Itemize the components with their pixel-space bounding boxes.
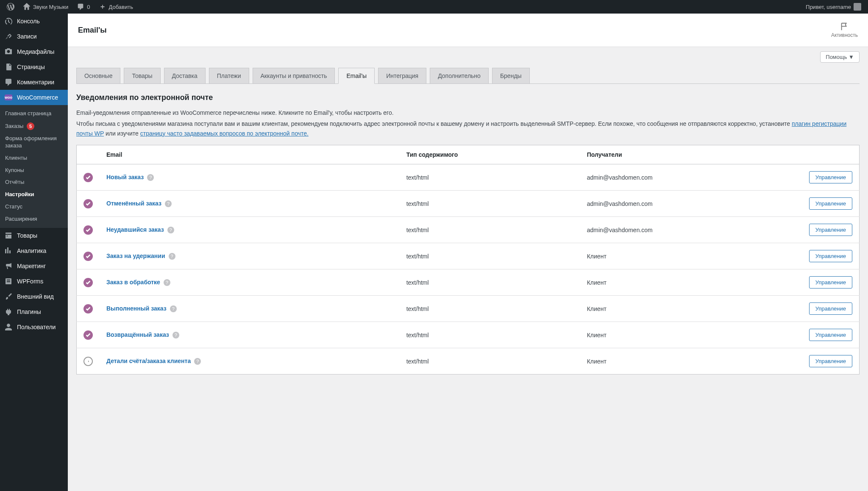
home-icon [23,3,31,11]
help-tip-icon[interactable]: ? [167,227,174,233]
manage-button[interactable]: Управление [809,197,852,210]
menu-posts[interactable]: Записи [0,29,68,44]
menu-wpforms[interactable]: WPForms [0,274,68,289]
wp-logo[interactable] [3,0,18,14]
plug-icon [4,308,13,316]
email-faq-link[interactable]: страницу часто задаваемых вопросов по эл… [140,130,309,137]
email-name-link[interactable]: Заказ в обработке [106,279,160,286]
tab-emails[interactable]: Email'ы [338,68,375,84]
tab-advanced[interactable]: Дополнительно [430,68,489,83]
submenu-extensions[interactable]: Расширения [0,213,68,225]
menu-label: WooCommerce [17,94,58,101]
tab-general[interactable]: Основные [76,68,120,83]
submenu-checkout-form[interactable]: Форма оформления заказа [0,133,68,152]
submenu-home[interactable]: Главная страница [0,108,68,120]
greeting-text: Привет, username [806,4,851,10]
help-tip-icon[interactable]: ? [147,174,154,181]
menu-comments[interactable]: Комментарии [0,75,68,90]
menu-marketing[interactable]: Маркетинг [0,258,68,274]
email-recipients: admin@vashdomen.com [580,191,800,217]
tab-integration[interactable]: Интеграция [378,68,426,83]
manage-button[interactable]: Управление [809,276,852,288]
email-recipients: Клиент [580,296,800,322]
menu-appearance[interactable]: Внешний вид [0,289,68,304]
manage-button[interactable]: Управление [809,355,852,367]
activity-button[interactable]: Активность [831,22,858,38]
gauge-icon [4,17,13,25]
woo-icon: woo [4,93,13,102]
menu-plugins[interactable]: Плагины [0,304,68,319]
manage-button[interactable]: Управление [809,329,852,341]
email-type: text/html [400,217,580,243]
menu-users[interactable]: Пользователи [0,319,68,335]
menu-pages[interactable]: Страницы [0,59,68,75]
activity-label: Активность [831,32,858,38]
settings-tabs: Основные Товары Доставка Платежи Аккаунт… [76,68,860,84]
manage-button[interactable]: Управление [809,302,852,315]
email-recipients: Клиент [580,322,800,348]
help-tip-icon[interactable]: ? [170,305,177,312]
add-new-link[interactable]: Добавить [95,0,136,14]
submenu-status[interactable]: Статус [0,201,68,213]
manage-button[interactable]: Управление [809,224,852,236]
admin-bar: Звуки Музыки 0 Добавить Привет, username [0,0,868,14]
menu-label: Пользователи [17,324,56,330]
add-new-label: Добавить [109,4,133,10]
email-type: text/html [400,269,580,296]
email-name-link[interactable]: Отменённый заказ [106,200,161,207]
email-recipients: admin@vashdomen.com [580,217,800,243]
tab-brands[interactable]: Бренды [492,68,530,83]
manage-button[interactable]: Управление [809,171,852,183]
products-icon [4,231,13,240]
tab-accounts[interactable]: Аккаунты и приватность [253,68,335,83]
user-greeting[interactable]: Привет, username [802,0,865,14]
tab-products[interactable]: Товары [124,68,160,83]
site-link[interactable]: Звуки Музыки [19,0,72,14]
sidebar: Консоль Записи Медиафайлы Страницы Комме… [0,14,68,491]
table-row: Возвращённый заказ?text/htmlКлиентУправл… [77,322,860,348]
help-tip-icon[interactable]: ? [164,279,170,286]
help-tip-icon[interactable]: ? [165,200,172,207]
help-tip-icon[interactable]: ? [194,358,201,365]
menu-dashboard[interactable]: Консоль [0,14,68,29]
section-title: Уведомления по электронной почте [76,93,860,102]
email-name-link[interactable]: Заказ на удержании [106,252,165,259]
menu-media[interactable]: Медиафайлы [0,44,68,59]
page-title: Email'ы [78,26,107,35]
menu-analytics[interactable]: Аналитика [0,243,68,258]
menu-label: Плагины [17,308,41,315]
comments-count: 0 [87,4,90,10]
email-name-link[interactable]: Детали счёта/заказа клиента [106,358,191,364]
submenu-settings[interactable]: Настройки [0,189,68,201]
col-type: Тип содержимого [400,145,580,164]
pin-icon [4,32,13,41]
manage-button[interactable]: Управление [809,250,852,262]
submenu-reports[interactable]: Отчёты [0,176,68,189]
submenu-coupons[interactable]: Купоны [0,164,68,177]
menu-label: Аналитика [17,247,46,254]
col-status [77,145,100,164]
wordpress-icon [7,3,14,11]
help-tip-icon[interactable]: ? [169,253,175,260]
email-name-link[interactable]: Возвращённый заказ [106,331,169,338]
table-row: Заказ на удержании?text/htmlКлиентУправл… [77,243,860,269]
email-name-link[interactable]: Выполненный заказ [106,305,167,312]
help-tip-icon[interactable]: ? [172,332,179,338]
menu-woocommerce[interactable]: woo WooCommerce [0,90,68,105]
email-name-link[interactable]: Новый заказ [106,174,144,180]
menu-products[interactable]: Товары [0,228,68,243]
comments-link[interactable]: 0 [73,0,93,14]
submenu-customers[interactable]: Клиенты [0,152,68,164]
email-type: text/html [400,348,580,374]
email-name-link[interactable]: Неудавшийся заказ [106,226,164,233]
status-enabled-icon [83,304,93,313]
email-type: text/html [400,243,580,269]
tab-payments[interactable]: Платежи [209,68,249,83]
orders-badge: 5 [27,122,34,130]
status-enabled-icon [83,199,93,208]
help-tab[interactable]: Помощь ▼ [820,51,860,63]
comment-icon [4,78,13,86]
tab-shipping[interactable]: Доставка [164,68,206,83]
submenu-orders[interactable]: Заказы 5 [0,120,68,133]
email-type: text/html [400,296,580,322]
